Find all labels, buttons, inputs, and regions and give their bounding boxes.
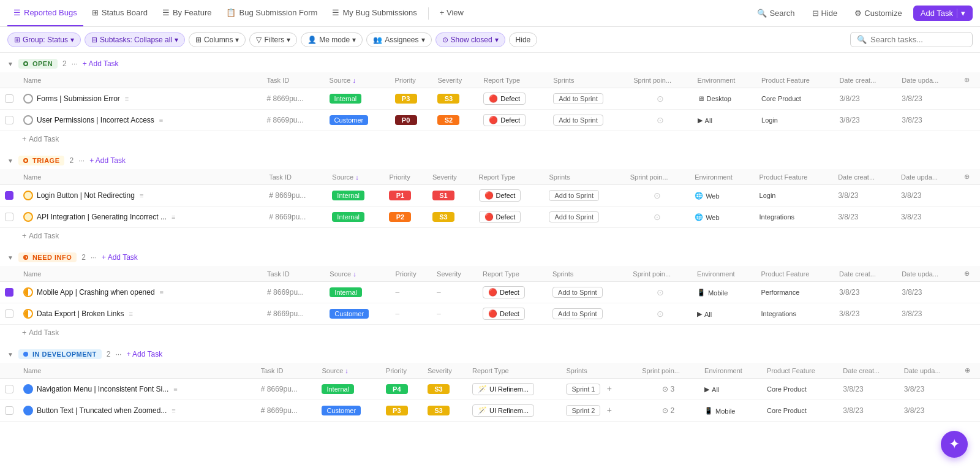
tab-add-view[interactable]: + View — [434, 0, 470, 26]
row-checkbox[interactable] — [0, 110, 18, 131]
group-in-development-add[interactable]: + Add Task — [126, 350, 162, 358]
show-closed-chip[interactable]: ⊙ Show closed ▾ — [435, 32, 505, 47]
group-triage-add[interactable]: + Add Task — [89, 156, 126, 165]
columns-chip[interactable]: ⊞ Columns ▾ — [189, 32, 246, 47]
col-add[interactable]: ⊕ — [959, 266, 980, 282]
tab-status-board[interactable]: ⊞ Status Board — [86, 0, 154, 26]
search-box[interactable]: 🔍 — [850, 32, 973, 47]
group-triage-actions[interactable]: ··· — [78, 156, 85, 165]
tab-bug-submission-form[interactable]: 📋 Bug Submission Form — [220, 0, 323, 26]
group-open-add[interactable]: + Add Task — [83, 59, 119, 68]
status-badge-triage: TRIAGE — [18, 156, 65, 165]
row-sprints[interactable]: Add to Sprint — [544, 185, 625, 207]
group-open-header[interactable]: ▼ OPEN 2 ··· + Add Task — [0, 53, 980, 72]
add-task-chevron[interactable]: ▾ — [957, 9, 965, 18]
fab-icon: ✦ — [949, 436, 960, 452]
add-to-sprint-button[interactable]: Add to Sprint — [552, 287, 603, 298]
assignees-label: Assignees — [385, 36, 418, 44]
col-add[interactable]: ⊕ — [959, 72, 980, 88]
col-add[interactable]: ⊕ — [960, 363, 980, 379]
row-sprints[interactable]: Add to Sprint — [548, 282, 628, 303]
group-triage-header[interactable]: ▼ TRIAGE 2 ··· + Add Task — [0, 150, 980, 169]
row-checkbox[interactable] — [0, 303, 18, 325]
checkbox[interactable] — [5, 213, 13, 221]
add-to-sprint-button[interactable]: Add to Sprint — [549, 190, 599, 201]
collapse-need-info-icon[interactable]: ▼ — [7, 254, 13, 261]
tab-reported-bugs[interactable]: ☰ Reported Bugs — [7, 0, 83, 26]
row-sprints[interactable]: Sprint 1 + — [561, 379, 637, 400]
list-icon: ☰ — [13, 8, 21, 17]
report-type-badge: 🔴 Defect — [483, 308, 525, 320]
add-to-sprint-button[interactable]: Add to Sprint — [553, 93, 603, 104]
add-to-sprint-button[interactable]: Add to Sprint — [553, 115, 603, 126]
priority-dash: – — [396, 309, 400, 318]
search-button[interactable]: 🔍 Search — [751, 6, 801, 21]
checkbox[interactable] — [5, 191, 13, 200]
mybugs-icon: ☰ — [332, 8, 339, 17]
hide-button[interactable]: ⊟ Hide — [806, 6, 844, 21]
top-navigation: ☰ Reported Bugs ⊞ Status Board ☰ By Feat… — [0, 0, 980, 27]
columns-icon: ⊞ — [195, 36, 202, 44]
columns-chevron: ▾ — [235, 36, 239, 44]
row-checkbox[interactable] — [0, 379, 18, 400]
add-task-link-needinfo[interactable]: + Add Task — [22, 328, 973, 337]
checkbox[interactable] — [5, 116, 13, 124]
add-sprint-plus-button[interactable]: + — [605, 384, 614, 393]
add-sprint-plus-button[interactable]: + — [605, 405, 614, 415]
row-checkbox[interactable] — [0, 88, 18, 110]
row-sprints[interactable]: Add to Sprint — [544, 207, 625, 228]
customize-button[interactable]: ⚙ Customize — [848, 6, 908, 21]
checkbox[interactable] — [5, 309, 13, 318]
row-dateupdated: 3/8/23 — [897, 282, 959, 303]
row-source: Internal — [325, 282, 390, 303]
row-checkbox[interactable] — [0, 400, 18, 422]
row-sprints[interactable]: Add to Sprint — [548, 88, 628, 110]
fab-button[interactable]: ✦ — [941, 431, 968, 458]
collapse-in-development-icon[interactable]: ▼ — [7, 351, 13, 358]
row-name: Mobile App | Crashing when opened ≡ — [18, 282, 262, 303]
group-in-development-header[interactable]: ▼ IN DEVELOPMENT 2 ··· + Add Task — [0, 343, 980, 363]
add-task-link-triage[interactable]: + Add Task — [22, 232, 973, 240]
group-status-chip[interactable]: ⊞ Group: Status ▾ — [7, 32, 81, 47]
sprint-points-icon: ⊙ — [662, 385, 668, 393]
checkbox[interactable] — [5, 288, 13, 297]
add-to-sprint-button[interactable]: Add to Sprint — [549, 211, 599, 222]
me-mode-chip[interactable]: 👤 Me mode ▾ — [301, 32, 363, 47]
collapse-triage-icon[interactable]: ▼ — [7, 157, 13, 164]
table-row: Button Text | Truncated when Zoomed... ≡… — [0, 400, 980, 422]
add-task-button[interactable]: Add Task ▾ — [913, 6, 973, 21]
task-status-icon — [23, 287, 33, 297]
tab-by-feature[interactable]: ☰ By Feature — [156, 0, 218, 26]
row-sprints[interactable]: Sprint 2 + — [561, 400, 637, 422]
row-checkbox[interactable] — [0, 282, 18, 303]
row-checkbox[interactable] — [0, 207, 18, 228]
assignees-chip[interactable]: 👥 Assignees ▾ — [366, 32, 431, 47]
row-sprints[interactable]: Add to Sprint — [548, 110, 628, 131]
group-need-info-header[interactable]: ▼ NEED INFO 2 ··· + Add Task — [0, 246, 980, 266]
report-type-badge: 🔴 Defect — [479, 189, 521, 202]
hide-toolbar-button[interactable]: Hide — [509, 32, 538, 47]
table-row: Mobile App | Crashing when opened ≡ # 86… — [0, 282, 980, 303]
subtasks-chip[interactable]: ⊟ Subtasks: Collapse all ▾ — [85, 32, 185, 47]
row-sprints[interactable]: Add to Sprint — [548, 303, 628, 325]
group-need-info-actions[interactable]: ··· — [91, 253, 97, 262]
add-to-sprint-button[interactable]: Add to Sprint — [552, 308, 603, 319]
search-input[interactable] — [870, 35, 966, 44]
row-priority: P3 — [381, 400, 423, 422]
status-badge-open: OPEN — [18, 59, 58, 69]
col-name: Name — [18, 169, 264, 185]
group-open-actions[interactable]: ··· — [72, 59, 78, 68]
checkbox[interactable] — [5, 406, 13, 415]
group-open-count: 2 — [62, 59, 67, 68]
add-task-link-open[interactable]: + Add Task — [22, 135, 973, 143]
row-checkbox[interactable] — [0, 185, 18, 207]
task-status-icon — [23, 115, 33, 125]
filters-chip[interactable]: ▽ Filters ▾ — [249, 32, 297, 47]
col-add[interactable]: ⊕ — [959, 169, 980, 185]
checkbox[interactable] — [5, 94, 13, 103]
checkbox[interactable] — [5, 385, 13, 393]
collapse-open-icon[interactable]: ▼ — [7, 61, 13, 67]
group-in-development-actions[interactable]: ··· — [115, 350, 121, 358]
tab-my-bug-submissions[interactable]: ☰ My Bug Submissions — [326, 0, 423, 26]
group-need-info-add[interactable]: + Add Task — [102, 253, 138, 262]
